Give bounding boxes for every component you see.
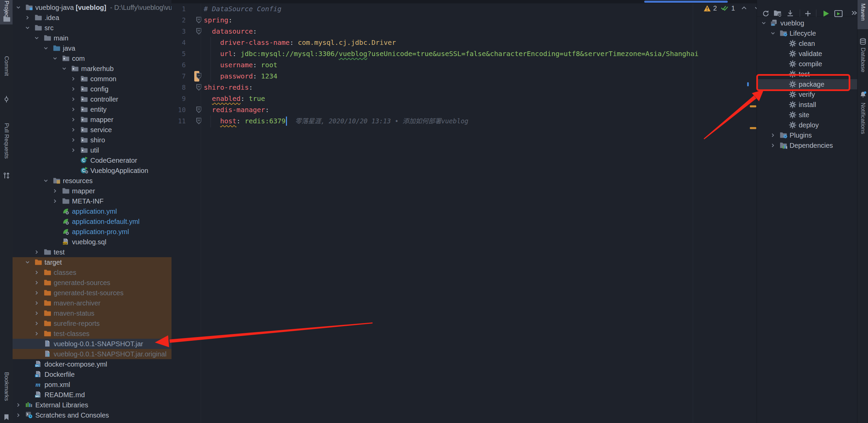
tree-item-vueblog-0.0.1-snapshot.jar.original[interactable]: ?vueblog-0.0.1-SNAPSHOT.jar.original	[13, 349, 171, 359]
toolwindow-tab-bookmarks[interactable]: Bookmarks	[3, 372, 10, 401]
tree-item-application.yml[interactable]: application.yml	[13, 206, 171, 216]
chevron-right-icon[interactable]	[34, 321, 39, 326]
maven-sync-icon[interactable]	[762, 10, 770, 18]
tree-item-shiro[interactable]: shiro	[13, 135, 171, 145]
tree-item-codegenerator[interactable]: CCodeGenerator	[13, 155, 171, 165]
chevron-right-icon[interactable]	[34, 300, 39, 306]
chevron-right-icon[interactable]	[34, 331, 39, 336]
tree-item-common[interactable]: common	[13, 74, 171, 84]
tree-item-src[interactable]: src	[13, 23, 171, 33]
chevron-right-icon[interactable]	[25, 15, 30, 20]
chevron-right-icon[interactable]	[52, 188, 58, 194]
chevron-right-icon[interactable]	[34, 270, 39, 275]
maven-item-compile[interactable]: compile	[757, 59, 858, 69]
chevron-down-icon[interactable]	[43, 46, 49, 51]
tree-item-maven-archiver[interactable]: maven-archiver	[13, 298, 171, 308]
maven-download-sources-icon[interactable]	[786, 10, 794, 18]
chevron-down-icon[interactable]	[25, 25, 30, 31]
tree-item-generated-test-sources[interactable]: generated-test-sources	[13, 288, 171, 298]
scrollbar-caret-mark[interactable]	[747, 82, 749, 86]
tree-item-maven-status[interactable]: maven-status	[13, 308, 171, 318]
tree-item-service[interactable]: service	[13, 125, 171, 135]
chevron-right-icon[interactable]	[71, 76, 76, 82]
maven-item-vueblog[interactable]: mvueblog	[757, 18, 858, 28]
chevron-right-icon[interactable]	[34, 280, 39, 285]
chevron-down-icon[interactable]	[61, 66, 67, 71]
chevron-right-icon[interactable]	[71, 137, 76, 143]
chevron-right-icon[interactable]	[34, 249, 39, 255]
prev-problem-button[interactable]	[741, 5, 747, 11]
tree-item-surefire-reports[interactable]: surefire-reports	[13, 318, 171, 329]
maven-item-dependencies[interactable]: Dependencies	[757, 140, 858, 151]
maven-item-lifecycle[interactable]: Lifecycle	[757, 28, 858, 38]
tree-item-vueblog-0.0.1-snapshot.jar[interactable]: vueblog-0.0.1-SNAPSHOT.jar	[13, 339, 171, 349]
chevron-right-icon[interactable]	[770, 143, 776, 148]
tree-item-docker-compose.yml[interactable]: DCdocker-compose.yml	[13, 359, 171, 369]
chevron-right-icon[interactable]	[71, 86, 76, 92]
database-icon[interactable]	[860, 38, 866, 45]
tree-item-vueblog.sql[interactable]: SQLvueblog.sql	[13, 237, 171, 247]
chevron-down-icon[interactable]	[761, 20, 766, 26]
chevron-right-icon[interactable]	[71, 107, 76, 112]
chevron-down-icon[interactable]	[52, 56, 58, 61]
tree-item-pom.xml[interactable]: mpom.xml	[13, 380, 171, 390]
tree-item-mapper[interactable]: mapper	[13, 114, 171, 125]
maven-folder-sync-icon[interactable]	[774, 10, 782, 18]
tree-item-vueblog-java[interactable]: vueblog-java [vueblog] - D:\Luffy\vueblo…	[13, 2, 171, 13]
tree-item-entity[interactable]: entity	[13, 104, 171, 114]
maven-item-deploy[interactable]: deploy	[757, 120, 858, 130]
pull-requests-icon[interactable]	[3, 172, 10, 179]
maven-item-site[interactable]: site	[757, 110, 858, 120]
tree-item-resources[interactable]: resources	[13, 176, 171, 186]
tree-item-classes[interactable]: classes	[13, 267, 171, 278]
bookmarks-icon[interactable]	[3, 414, 10, 421]
toolwindow-tab-database[interactable]: Database	[860, 48, 866, 72]
chevron-down-icon[interactable]	[25, 260, 30, 265]
maven-item-clean[interactable]: clean	[757, 38, 858, 49]
chevron-right-icon[interactable]	[71, 127, 76, 133]
editor-hscrollbar-thumb[interactable]	[644, 1, 728, 3]
maven-item-install[interactable]: install	[757, 100, 858, 110]
tree-item-com[interactable]: com	[13, 53, 171, 64]
chevron-right-icon[interactable]	[770, 133, 776, 138]
tree-item-generated-sources[interactable]: generated-sources	[13, 278, 171, 288]
chevron-down-icon[interactable]	[43, 178, 49, 183]
maven-run-icon[interactable]	[822, 10, 830, 18]
toolwindow-tab-maven[interactable]: Maven	[860, 3, 866, 21]
tree-item-application-default.yml[interactable]: application-default.yml	[13, 216, 171, 227]
chevron-down-icon[interactable]	[770, 31, 776, 36]
tree-item-vueblogapplication[interactable]: CVueblogApplication	[13, 165, 171, 176]
chevron-right-icon[interactable]	[16, 402, 21, 408]
chevron-right-icon[interactable]	[71, 96, 76, 102]
tree-item-scratches-and-consoles[interactable]: Scratches and Consoles	[13, 410, 171, 420]
maven-plus-icon[interactable]	[804, 10, 812, 18]
warning-count[interactable]: 2	[713, 4, 717, 12]
tree-item-controller[interactable]: controller	[13, 94, 171, 104]
tree-item-application-pro.yml[interactable]: application-pro.yml	[13, 227, 171, 237]
tree-item-.idea[interactable]: .idea	[13, 13, 171, 23]
toolwindow-tab-commit[interactable]: Commit	[3, 56, 10, 76]
tree-item-main[interactable]: main	[13, 33, 171, 43]
chevron-down-icon[interactable]	[34, 35, 39, 41]
notification-bell-icon[interactable]	[860, 91, 866, 98]
tree-item-target[interactable]: target	[13, 257, 171, 267]
toolwindow-tab-notifications[interactable]: Notifications	[860, 103, 866, 134]
tree-item-meta-inf[interactable]: META-INF	[13, 196, 171, 206]
chevron-down-icon[interactable]	[16, 5, 21, 10]
toolwindow-tab-pull-requests[interactable]: Pull Requests	[3, 123, 10, 159]
tree-item-external-libraries[interactable]: External Libraries	[13, 400, 171, 410]
tree-item-readme.md[interactable]: MDREADME.md	[13, 390, 171, 400]
tree-item-mapper[interactable]: mapper	[13, 186, 171, 196]
maven-item-validate[interactable]: validate	[757, 49, 858, 59]
tree-item-markerhub[interactable]: markerhub	[13, 64, 171, 74]
tree-item-dockerfile[interactable]: DDockerfile	[13, 369, 171, 380]
commit-icon[interactable]	[3, 96, 10, 103]
tree-item-java[interactable]: java	[13, 43, 171, 53]
project-folder-icon[interactable]	[3, 15, 10, 22]
chevron-right-icon[interactable]	[34, 311, 39, 316]
chevron-right-icon[interactable]	[71, 117, 76, 122]
chevron-right-icon[interactable]	[52, 198, 58, 204]
tree-item-config[interactable]: config	[13, 84, 171, 94]
scrollbar-warning-mark[interactable]	[750, 127, 756, 129]
tree-item-test-classes[interactable]: test-classes	[13, 329, 171, 339]
